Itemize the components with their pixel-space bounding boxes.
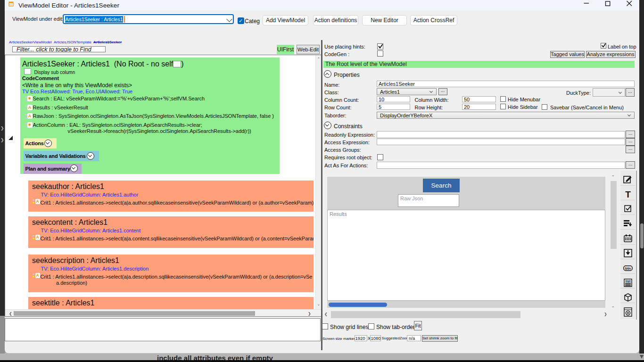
svg-text:btn: btn bbox=[625, 266, 631, 271]
svg-text:T: T bbox=[625, 190, 631, 199]
svg-text:list: list bbox=[626, 279, 631, 283]
